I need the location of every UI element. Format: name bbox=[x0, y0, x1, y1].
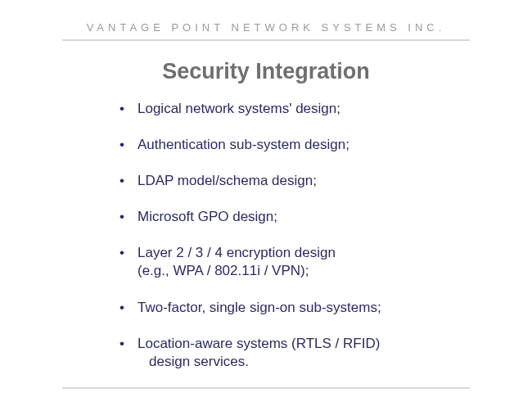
list-item: Logical network systems' design; bbox=[115, 100, 450, 118]
company-header: VANTAGE POINT NETWORK SYSTEMS INC. bbox=[0, 21, 532, 34]
bullet-text: Microsoft GPO design; bbox=[138, 209, 277, 224]
list-item: Two-factor, single sign-on sub-systems; bbox=[115, 299, 450, 317]
list-item: Authentication sub-system design; bbox=[115, 136, 450, 154]
list-item: Microsoft GPO design; bbox=[115, 208, 450, 226]
bullet-text: Logical network systems' design; bbox=[138, 101, 340, 116]
bullet-text: Layer 2 / 3 / 4 encryption design bbox=[138, 245, 336, 260]
list-item: Layer 2 / 3 / 4 encryption design (e.g.,… bbox=[115, 244, 450, 280]
list-item: Location-aware systems (RTLS / RFID) des… bbox=[115, 335, 450, 371]
list-item: LDAP model/schema design; bbox=[115, 172, 450, 190]
slide: VANTAGE POINT NETWORK SYSTEMS INC. Secur… bbox=[0, 0, 532, 411]
bullet-text: LDAP model/schema design; bbox=[138, 173, 317, 188]
divider-bottom bbox=[62, 387, 470, 389]
bullet-text: Authentication sub-system design; bbox=[138, 137, 349, 152]
bullet-text-line2: design services. bbox=[138, 353, 450, 371]
bullet-text: Location-aware systems (RTLS / RFID) bbox=[138, 336, 380, 351]
bullet-list: Logical network systems' design; Authent… bbox=[115, 100, 450, 389]
slide-title: Security Integration bbox=[0, 59, 532, 84]
bullet-text-line2: (e.g., WPA / 802.11i / VPN); bbox=[138, 263, 309, 278]
divider-top bbox=[62, 39, 470, 41]
bullet-text: Two-factor, single sign-on sub-systems; bbox=[138, 300, 381, 315]
